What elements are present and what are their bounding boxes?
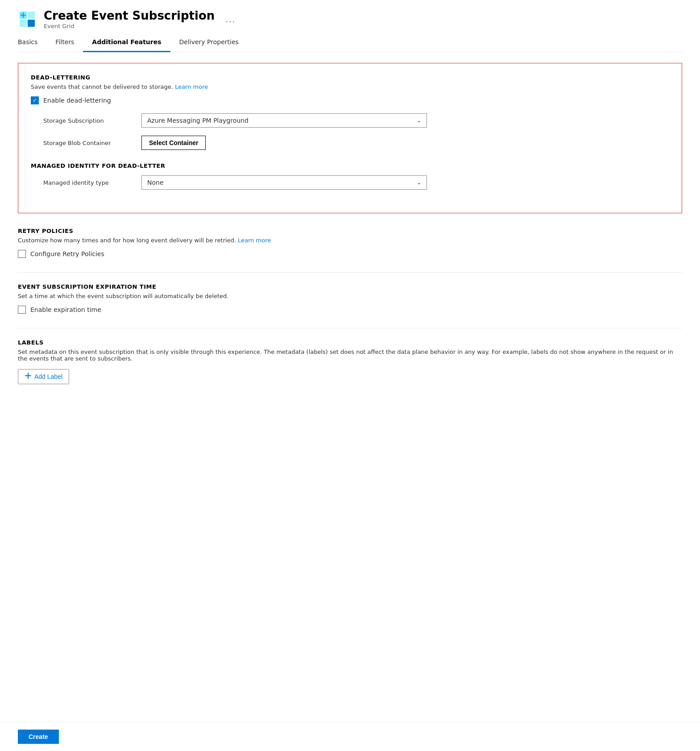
expiration-time-title: EVENT SUBSCRIPTION EXPIRATION TIME (18, 283, 682, 290)
enable-dead-lettering-row: ✓ Enable dead-lettering (31, 96, 669, 104)
tab-filters[interactable]: Filters (46, 33, 83, 52)
footer: Create (0, 722, 700, 751)
dead-lettering-desc-text: Save events that cannot be delivered to … (31, 83, 173, 90)
dead-lettering-form: Storage Subscription Azure Messaging PM … (43, 113, 669, 150)
managed-identity-form: Managed identity type None ⌄ (43, 175, 669, 190)
dead-lettering-title: DEAD-LETTERING (31, 74, 669, 81)
chevron-down-icon: ⌄ (417, 179, 421, 186)
svg-rect-1 (28, 12, 35, 19)
retry-policies-desc-text: Customize how many times and for how lon… (18, 237, 236, 244)
create-button[interactable]: Create (18, 730, 59, 744)
retry-policies-learn-more[interactable]: Learn more (238, 237, 271, 244)
expiration-time-desc: Set a time at which the event subscripti… (18, 293, 682, 299)
tab-additional-features[interactable]: Additional Features (83, 33, 170, 52)
managed-identity-type-label: Managed identity type (43, 179, 141, 186)
dead-lettering-section: DEAD-LETTERING Save events that cannot b… (18, 63, 682, 213)
navigation-tabs: Basics Filters Additional Features Deliv… (18, 33, 682, 52)
retry-policies-desc: Customize how many times and for how lon… (18, 237, 682, 244)
dead-lettering-learn-more[interactable]: Learn more (175, 83, 208, 90)
enable-dead-lettering-label: Enable dead-lettering (43, 97, 111, 104)
configure-retry-checkbox[interactable] (18, 250, 26, 258)
add-label-text: Add Label (34, 373, 62, 380)
add-label-button[interactable]: Add Label (18, 369, 69, 384)
event-grid-icon (18, 10, 37, 29)
enable-expiration-label: Enable expiration time (30, 306, 101, 313)
storage-subscription-label: Storage Subscription (43, 117, 141, 124)
managed-identity-type-select[interactable]: None ⌄ (141, 175, 427, 190)
tab-delivery-properties[interactable]: Delivery Properties (170, 33, 248, 52)
divider-1 (18, 272, 682, 273)
more-options-icon[interactable]: ... (225, 15, 236, 24)
expiration-time-section: EVENT SUBSCRIPTION EXPIRATION TIME Set a… (18, 283, 682, 314)
dead-lettering-desc: Save events that cannot be delivered to … (31, 83, 669, 90)
svg-rect-7 (28, 373, 29, 379)
managed-identity-type-value: None (147, 179, 417, 186)
tab-basics[interactable]: Basics (18, 33, 46, 52)
storage-blob-label: Storage Blob Container (43, 140, 141, 146)
storage-subscription-select[interactable]: Azure Messaging PM Playground ⌄ (141, 113, 427, 128)
chevron-down-icon: ⌄ (417, 117, 421, 124)
enable-dead-lettering-checkbox[interactable]: ✓ (31, 96, 39, 104)
storage-subscription-value: Azure Messaging PM Playground (147, 117, 417, 124)
enable-expiration-checkbox[interactable] (18, 306, 26, 314)
main-content: DEAD-LETTERING Save events that cannot b… (18, 63, 682, 416)
select-container-button[interactable]: Select Container (141, 136, 206, 150)
page-header: Create Event Subscription Event Grid ... (18, 0, 682, 33)
header-text-group: Create Event Subscription Event Grid (44, 9, 215, 29)
svg-rect-3 (28, 20, 35, 27)
configure-retry-label: Configure Retry Policies (30, 250, 104, 257)
page-subtitle: Event Grid (44, 23, 215, 29)
checkmark-icon: ✓ (33, 98, 37, 103)
enable-expiration-row: Enable expiration time (18, 306, 682, 314)
divider-2 (18, 328, 682, 328)
labels-section: LABELS Set metadata on this event subscr… (18, 339, 682, 384)
page-title: Create Event Subscription (44, 9, 215, 23)
labels-desc: Set metadata on this event subscription … (18, 349, 682, 362)
svg-rect-2 (20, 20, 27, 27)
configure-retry-row: Configure Retry Policies (18, 250, 682, 258)
managed-identity-title: MANAGED IDENTITY FOR DEAD-LETTER (31, 162, 669, 169)
add-label-icon (25, 372, 32, 381)
retry-policies-section: RETRY POLICIES Customize how many times … (18, 228, 682, 258)
labels-title: LABELS (18, 339, 682, 346)
retry-policies-title: RETRY POLICIES (18, 228, 682, 234)
